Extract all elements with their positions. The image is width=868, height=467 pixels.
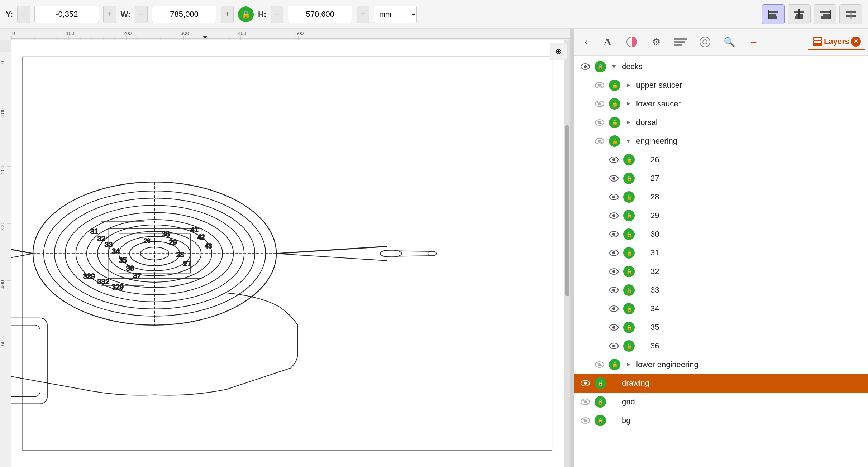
layer-expand-icon[interactable] (623, 99, 633, 109)
eye-icon[interactable] (607, 191, 620, 203)
layer-name: 32 (650, 267, 864, 276)
zoom-fit-button[interactable]: ⊕ (550, 43, 567, 60)
distribute-button[interactable] (839, 4, 862, 24)
lock-icon[interactable]: 🔒 (623, 228, 635, 240)
tab-text[interactable]: A (596, 32, 619, 52)
layer-row[interactable]: 🔒31 (574, 244, 868, 262)
layer-row[interactable]: 🔒27 (574, 169, 868, 188)
panel-back-button[interactable]: ‹ (577, 33, 595, 51)
unit-select[interactable]: mm cm in px (374, 6, 417, 23)
eye-icon[interactable] (607, 265, 620, 278)
h-increase-button[interactable]: + (357, 6, 369, 23)
resize-handle[interactable]: ⋮ (570, 29, 574, 467)
eye-icon[interactable] (579, 60, 592, 73)
layer-expand-icon[interactable] (623, 80, 633, 90)
h-input[interactable] (288, 6, 352, 23)
align-left-button[interactable] (762, 4, 785, 24)
lock-icon[interactable]: 🔒 (595, 61, 606, 72)
h-decrease-button[interactable]: − (271, 6, 283, 23)
svg-point-109 (703, 40, 707, 44)
svg-text:36: 36 (126, 264, 134, 272)
eye-icon[interactable] (607, 153, 620, 166)
lock-icon[interactable]: 🔒 (623, 173, 635, 184)
lock-icon[interactable]: 🔒 (623, 322, 635, 333)
lock-icon[interactable]: 🔒 (623, 340, 635, 352)
w-input[interactable] (152, 6, 216, 23)
lock-icon[interactable]: 🔒 (609, 135, 620, 147)
lock-icon[interactable]: 🔒 (609, 80, 620, 91)
layer-row[interactable]: 🔒32 (574, 262, 868, 281)
layer-row[interactable]: 🔒decks (574, 57, 868, 76)
tab-search[interactable]: 🔍 (718, 32, 741, 52)
lock-icon[interactable]: 🔒 (623, 154, 635, 165)
layer-row[interactable]: 🔒dorsal (574, 113, 868, 132)
w-increase-button[interactable]: + (221, 6, 234, 23)
layer-row[interactable]: 🔒29 (574, 206, 868, 225)
lock-icon[interactable]: 🔒 (623, 284, 635, 296)
layer-row[interactable]: 🔒30 (574, 225, 868, 244)
lock-icon[interactable]: 🔒 (595, 396, 606, 408)
layer-expand-icon[interactable] (623, 360, 633, 370)
y-decrease-button[interactable]: − (17, 6, 30, 23)
layer-row[interactable]: 🔒36 (574, 337, 868, 355)
layer-row[interactable]: 🔒upper saucer (574, 76, 868, 95)
lock-icon[interactable]: 🔒 (623, 303, 635, 314)
tab-align[interactable] (669, 32, 692, 52)
eye-icon[interactable] (607, 246, 620, 259)
layer-row[interactable]: 🔒grid (574, 393, 868, 411)
y-increase-button[interactable]: + (103, 6, 116, 23)
layer-row[interactable]: 🔒28 (574, 188, 868, 206)
eye-icon[interactable] (607, 284, 620, 297)
layer-row[interactable]: 🔒35 (574, 318, 868, 337)
lock-icon[interactable]: 🔒 (595, 415, 606, 426)
align-center-h-button[interactable] (788, 4, 811, 24)
canvas-area[interactable]: ⊕ (11, 40, 570, 467)
eye-icon[interactable] (607, 228, 620, 241)
eye-icon[interactable] (593, 135, 606, 148)
eye-icon[interactable] (607, 172, 620, 185)
eye-icon[interactable] (607, 321, 620, 334)
eye-icon[interactable] (607, 340, 620, 352)
lock-icon[interactable]: 🔒 (623, 247, 635, 259)
eye-icon[interactable] (593, 97, 606, 110)
eye-icon[interactable] (593, 79, 606, 92)
layers-tab-close-button[interactable]: ✕ (851, 37, 861, 47)
layer-expand-icon[interactable] (623, 117, 633, 127)
lock-proportions-icon[interactable]: 🔒 (238, 6, 254, 22)
layer-row[interactable]: 🔒26 (574, 150, 868, 169)
layer-expand-icon[interactable] (609, 62, 619, 72)
svg-text:200: 200 (123, 30, 132, 36)
layer-row[interactable]: 🔒lower saucer (574, 95, 868, 113)
lock-icon[interactable]: 🔒 (595, 377, 606, 389)
eye-icon[interactable] (579, 395, 592, 408)
layer-row[interactable]: 🔒engineering (574, 132, 868, 150)
eye-icon[interactable] (593, 358, 606, 371)
lock-icon[interactable]: 🔒 (609, 117, 620, 128)
tab-layers-view[interactable] (693, 32, 716, 52)
y-input[interactable] (34, 6, 99, 23)
eye-icon[interactable] (607, 302, 620, 315)
tab-arrow[interactable]: → (742, 32, 765, 52)
layer-row[interactable]: 🔒bg (574, 411, 868, 430)
lock-icon[interactable]: 🔒 (609, 98, 620, 110)
eye-icon[interactable] (607, 209, 620, 222)
eye-icon[interactable] (579, 377, 592, 390)
tab-fill[interactable] (620, 32, 643, 52)
svg-rect-2 (768, 16, 777, 19)
layer-row[interactable]: 🔒drawing (574, 374, 868, 393)
layer-row[interactable]: 🔒34 (574, 299, 868, 318)
layer-expand-icon[interactable] (623, 136, 633, 146)
lock-icon[interactable]: 🔒 (623, 210, 635, 221)
tab-settings[interactable]: ⚙ (645, 32, 668, 52)
eye-icon[interactable] (593, 116, 606, 129)
layer-row[interactable]: 🔒33 (574, 281, 868, 299)
lock-icon[interactable]: 🔒 (609, 359, 620, 370)
lock-icon[interactable]: 🔒 (623, 191, 635, 203)
w-decrease-button[interactable]: − (135, 6, 148, 23)
svg-text:38: 38 (162, 230, 170, 238)
layer-row[interactable]: 🔒lower engineering (574, 355, 868, 374)
align-right-button[interactable] (814, 4, 836, 24)
lock-icon[interactable]: 🔒 (623, 266, 635, 277)
eye-icon[interactable] (579, 414, 592, 427)
layers-tab[interactable]: Layers ✕ (808, 34, 865, 50)
